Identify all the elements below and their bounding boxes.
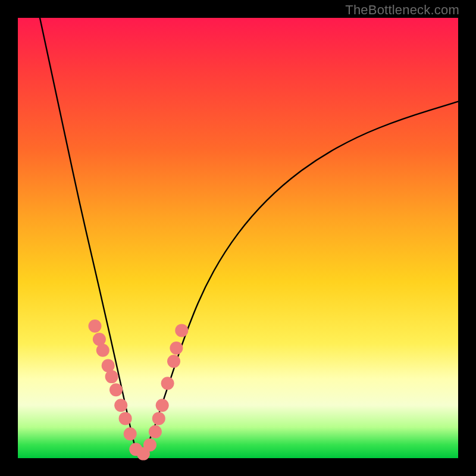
marker-dot xyxy=(156,399,169,412)
watermark-text: TheBottleneck.com xyxy=(345,2,459,18)
marker-dot xyxy=(96,344,109,357)
marker-group xyxy=(89,320,189,461)
marker-dot xyxy=(170,342,183,355)
outer-frame: TheBottleneck.com xyxy=(0,0,476,476)
marker-dot xyxy=(119,412,132,425)
marker-dot xyxy=(114,399,127,412)
marker-dot xyxy=(143,439,156,452)
marker-dot xyxy=(124,427,137,440)
marker-dot xyxy=(109,383,123,396)
bottleneck-curve xyxy=(40,18,458,454)
marker-dot xyxy=(175,324,188,337)
marker-dot xyxy=(167,355,180,368)
marker-dot xyxy=(105,370,118,383)
chart-svg xyxy=(18,18,458,458)
marker-dot xyxy=(152,412,165,425)
marker-dot xyxy=(89,320,102,333)
plot-area xyxy=(18,18,458,458)
marker-dot xyxy=(149,425,162,439)
marker-dot xyxy=(161,377,174,390)
